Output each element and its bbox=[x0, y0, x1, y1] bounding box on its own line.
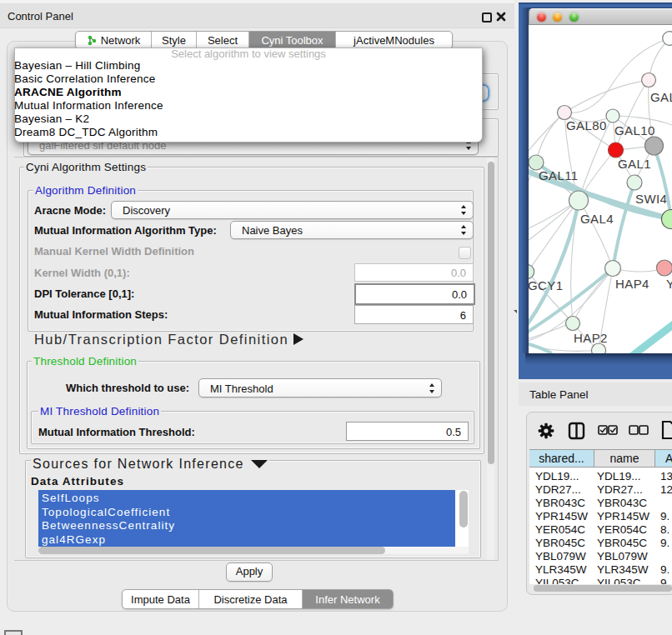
svg-text:SWI4: SWI4 bbox=[635, 192, 667, 206]
svg-text:Y: Y bbox=[666, 277, 672, 291]
svg-text:GAL1: GAL1 bbox=[618, 157, 651, 171]
svg-text:GAL: GAL bbox=[650, 90, 672, 104]
svg-text:GAL10: GAL10 bbox=[614, 123, 655, 138]
svg-text:GCY1: GCY1 bbox=[529, 278, 563, 292]
svg-text:HAP2: HAP2 bbox=[574, 331, 608, 345]
svg-text:GAL4: GAL4 bbox=[580, 212, 614, 226]
svg-text:HAP4: HAP4 bbox=[615, 277, 649, 291]
svg-text:GAL11: GAL11 bbox=[539, 168, 579, 182]
svg-text:GAL80: GAL80 bbox=[566, 118, 607, 132]
